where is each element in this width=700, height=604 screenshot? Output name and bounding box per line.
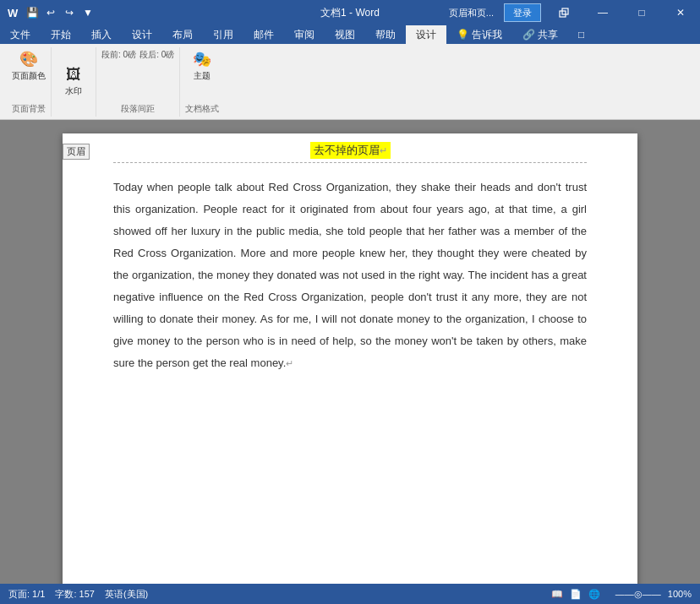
themes-btn[interactable]: 🎭 主题 <box>185 49 219 83</box>
svg-text:W: W <box>8 7 19 19</box>
ribbon-tabs: 文件 开始 插入 设计 布局 引用 邮件 审阅 视图 帮助 设计 💡 告诉我 🔗… <box>0 25 700 44</box>
redo-icon[interactable]: ↪ <box>61 4 78 21</box>
read-mode-icon[interactable]: 📖 <box>551 589 563 600</box>
page-color-icon: 🎨 <box>19 50 38 68</box>
tab-references[interactable]: 引用 <box>203 25 243 44</box>
title-bar-right: 页眉和页... 登录 — □ ✕ <box>442 0 700 25</box>
tab-help[interactable]: 帮助 <box>365 25 406 44</box>
save-icon[interactable]: 💾 <box>24 4 41 21</box>
tab-file[interactable]: 文件 <box>0 25 41 44</box>
watermark-icon: 🖼 <box>66 66 81 84</box>
print-layout-icon[interactable]: 📄 <box>570 589 582 600</box>
tab-review[interactable]: 审阅 <box>284 25 325 44</box>
tab-home[interactable]: 开始 <box>41 25 81 44</box>
body-paragraph: Today when people talk about Red Cross O… <box>113 177 587 374</box>
restore-down-button[interactable] <box>544 0 583 25</box>
login-button[interactable]: 登录 <box>504 3 541 22</box>
end-paragraph-mark: ↵ <box>286 358 293 368</box>
language-info: 英语(美国) <box>105 588 148 601</box>
page-color-btn[interactable]: 🎨 页面颜色 <box>12 49 46 83</box>
tab-insert[interactable]: 插入 <box>81 25 122 44</box>
status-bar-right: 📖 📄 🌐 ——◎—— 100% <box>551 589 692 600</box>
title-bar: W 💾 ↩ ↪ ▼ 文档1 - Word 页眉和页... 登录 — □ ✕ <box>0 0 700 25</box>
minimize-button[interactable]: — <box>583 0 622 25</box>
document-page: 页眉 去不掉的页眉↵ Today when people talk about … <box>63 133 637 584</box>
header-label: 页眉 <box>63 144 90 160</box>
tab-design[interactable]: 设计 <box>122 25 162 44</box>
tab-share[interactable]: 🔗 共享 <box>512 25 568 44</box>
tab-view[interactable]: 视图 <box>325 25 365 44</box>
themes-icon: 🎭 <box>193 50 211 68</box>
zoom-slider[interactable]: ——◎—— <box>615 589 661 600</box>
tab-mailings[interactable]: 邮件 <box>243 25 284 44</box>
page-info: 页面: 1/1 <box>8 588 45 601</box>
paragraph-mark: ↵ <box>380 145 387 155</box>
toolbar-group-themes: 🎭 主题 文档格式 <box>180 47 224 117</box>
header-title-wrapper: 去不掉的页眉↵ <box>113 142 587 159</box>
tab-design-active[interactable]: 设计 <box>406 25 446 44</box>
toolbar-group-watermark: 🖼 水印 <box>52 47 96 117</box>
quick-access-toolbar: W 💾 ↩ ↪ ▼ <box>0 4 96 21</box>
document-content: Today when people talk about Red Cross O… <box>63 163 637 391</box>
document-area: 页眉 去不掉的页眉↵ Today when people talk about … <box>0 120 700 584</box>
watermark-btn[interactable]: 🖼 水印 <box>57 65 90 99</box>
word-app-icon: W <box>5 4 22 21</box>
close-button[interactable]: ✕ <box>661 0 700 25</box>
undo-icon[interactable]: ↩ <box>42 4 59 21</box>
header-title: 去不掉的页眉↵ <box>310 142 391 159</box>
toolbar-group-spacing: 段前: 0磅 段后: 0磅 段落间距 <box>96 47 180 117</box>
maximize-button[interactable]: □ <box>622 0 661 25</box>
header-divider <box>113 162 587 163</box>
tab-tell-me[interactable]: 💡 告诉我 <box>446 25 512 44</box>
toolbar: 🎨 页面颜色 页面背景 🖼 水印 段前: 0磅 段后: 0磅 段落间距 🎭 主题 <box>0 44 700 120</box>
page-header-btn[interactable]: 页眉和页... <box>442 0 500 25</box>
status-bar: 页面: 1/1 字数: 157 英语(美国) 📖 📄 🌐 ——◎—— 100% <box>0 584 700 604</box>
customize-qat-icon[interactable]: ▼ <box>79 4 96 21</box>
collapse-ribbon-btn[interactable]: □ <box>568 25 594 44</box>
word-count: 字数: 157 <box>55 588 94 601</box>
tab-layout[interactable]: 布局 <box>162 25 203 44</box>
zoom-percent: 100% <box>668 589 692 600</box>
web-layout-icon[interactable]: 🌐 <box>588 589 600 600</box>
toolbar-group-page-color: 🎨 页面颜色 页面背景 <box>7 47 52 117</box>
header-zone: 页眉 去不掉的页眉↵ <box>63 133 637 163</box>
